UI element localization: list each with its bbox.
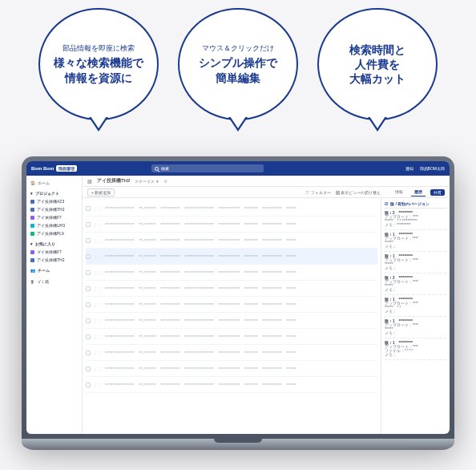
table-row[interactable]: ⋮⋮*************** **-****** ********** *…	[86, 313, 377, 329]
search-placeholder: 検索	[161, 166, 169, 171]
history-head[interactable]: ☑版 / 有効のバージョン	[385, 201, 446, 209]
sidebar-trash[interactable]: 🗑 ゴミ箱	[30, 278, 78, 286]
project-color-icon	[30, 224, 34, 228]
history-item[interactable]: 版：2 **********アップロード：********** *.* ****…	[385, 209, 446, 230]
sidebar-section-favorites[interactable]: ▾ お気に入り	[30, 240, 78, 248]
row-checkbox[interactable]	[86, 206, 91, 211]
row-checkbox[interactable]	[86, 350, 91, 355]
history-item[interactable]: 版：1 **********アップロード：********** *.*メモ：	[385, 295, 446, 317]
bubble-large: シンプル操作で簡単編集	[199, 55, 277, 84]
sidebar-item-label: アイ投择機AZ3	[37, 199, 64, 204]
project-color-icon	[30, 200, 34, 204]
project-color-icon	[30, 216, 34, 220]
table-row[interactable]: ⋮⋮*************** **-****** ********** *…	[86, 265, 377, 281]
row-checkbox[interactable]	[86, 367, 91, 371]
row-content: *************** **-****** ********** ***…	[105, 383, 377, 387]
sidebar-section-team[interactable]: 👥 チーム	[30, 266, 78, 274]
row-checkbox[interactable]	[86, 286, 91, 291]
table-row[interactable]: ⋮⋮*************** **-****** ********** *…	[86, 217, 377, 233]
table-row[interactable]: ⋮⋮*************** **-****** ********** *…	[86, 297, 377, 313]
sidebar-section-projects[interactable]: ▾ プロジェクト	[30, 189, 78, 197]
drag-handle-icon[interactable]: ⋮⋮	[94, 286, 102, 291]
sidebar-home[interactable]: 🏠 ホーム	[30, 179, 78, 187]
table-row[interactable]: ⋮⋮*************** **-****** ********** *…	[86, 377, 377, 393]
status-select[interactable]: ステータス ▾	[135, 179, 158, 184]
app-topbar: Bom Bom 部品管理 検索 通知 部品BOM太郎	[26, 161, 450, 176]
breadcrumb: ▥ アイ投择機TH2 ステータス ▾ ☆	[83, 176, 450, 187]
table-row[interactable]: ⋮⋮*************** **-****** ********** *…	[86, 281, 377, 297]
sidebar-item-label: アイ投择機PL9	[37, 231, 64, 236]
star-icon[interactable]: ☆	[163, 178, 167, 184]
bubble-large: 検索時間と人件費を大幅カット	[349, 43, 405, 87]
view-toggle[interactable]: ▦ 表示ビューの切り替え	[336, 190, 381, 195]
history-item[interactable]: 版：1 **********アップロード：**********メモ：	[385, 317, 446, 338]
history-item[interactable]: 版：2 **********アップロード：**********メモ：	[385, 273, 446, 295]
row-checkbox[interactable]	[86, 318, 91, 323]
sidebar-item[interactable]: アイ投择機UH3	[30, 221, 78, 229]
sidebar-item[interactable]: アイ投择機PL9	[30, 229, 78, 237]
bubble-small: マウス＆クリックだけ	[202, 43, 274, 54]
drag-handle-icon[interactable]: ⋮⋮	[94, 334, 102, 339]
sidebar-item[interactable]: アイ買择機F7	[30, 213, 78, 221]
tab-info[interactable]: 情報	[392, 188, 406, 197]
table-row[interactable]: ⋮⋮*************** **-****** ********** *…	[86, 329, 377, 345]
row-checkbox[interactable]	[86, 270, 91, 275]
row-checkbox[interactable]	[86, 302, 91, 307]
row-checkbox[interactable]	[86, 254, 91, 259]
bubble-small: 部品情報を即座に検索	[63, 43, 135, 54]
callout-bubble-1: 部品情報を即座に検索様々な検索機能で情報を資源に	[38, 8, 159, 120]
drag-handle-icon[interactable]: ⋮⋮	[94, 383, 102, 387]
table-row[interactable]: ⋮⋮*************** **-****** ********** *…	[86, 233, 377, 249]
row-checkbox[interactable]	[86, 383, 91, 387]
history-item[interactable]: 版：1 **********アップロード：**********メモ：	[385, 252, 446, 273]
sidebar-item-label: ダイ買择機F7	[37, 249, 62, 254]
sidebar-item-label: アイ投择機UH3	[37, 223, 65, 228]
table-row[interactable]: ⋮⋮*************** **-****** ********** *…	[86, 361, 377, 377]
table-row[interactable]: ⋮⋮*************** **-****** ********** *…	[86, 201, 377, 217]
project-color-icon	[30, 250, 34, 254]
sidebar-item-label: アイ投择機TH2	[37, 207, 64, 212]
callout-bubble-2: マウス＆クリックだけシンプル操作で簡単編集	[178, 8, 298, 120]
row-checkbox[interactable]	[86, 334, 91, 339]
user-menu[interactable]: 部品BOM太郎	[420, 166, 445, 171]
row-checkbox[interactable]	[86, 222, 91, 227]
share-button[interactable]: 共有	[430, 189, 445, 196]
drag-handle-icon[interactable]: ⋮⋮	[94, 254, 102, 259]
sidebar-item[interactable]: アイ投择機AZ3	[30, 197, 78, 205]
drag-handle-icon[interactable]: ⋮⋮	[94, 270, 102, 275]
row-content: *************** **-****** ********** ***…	[105, 222, 377, 227]
notice-link[interactable]: 通知	[405, 166, 413, 171]
drag-handle-icon[interactable]: ⋮⋮	[94, 318, 102, 323]
toolbar: + 新規追加 ▽ フィルター ▦ 表示ビューの切り替え 情報 履歴 共有	[83, 187, 450, 198]
drag-handle-icon[interactable]: ⋮⋮	[94, 206, 102, 211]
drag-handle-icon[interactable]: ⋮⋮	[94, 238, 102, 243]
sidebar-item[interactable]: ダイ買择機F7	[30, 248, 78, 256]
row-content: *************** **-****** ********** ***…	[105, 302, 377, 307]
laptop-mockup: Bom Bom 部品管理 検索 通知 部品BOM太郎 🏠 ホーム ▾ プロジェク…	[22, 156, 454, 450]
add-button[interactable]: + 新規追加	[87, 188, 115, 197]
history-item[interactable]: 版：1 **********アップロード：****ファイル：*.* *.*メモ：	[385, 338, 446, 360]
laptop-base	[22, 439, 454, 450]
brand-badge: 部品管理	[56, 165, 77, 172]
sidebar-item[interactable]: アイ投择機TH2	[30, 205, 78, 213]
sidebar-item[interactable]: アイ投择機TH2	[30, 256, 78, 264]
filter-button[interactable]: ▽ フィルター	[305, 190, 330, 195]
history-item[interactable]: 版：1 **********アップロード：**********メモ：	[385, 230, 446, 252]
sidebar-item-label: アイ投择機TH2	[37, 257, 64, 262]
table-row[interactable]: ⋮⋮*************** **-****** ********** *…	[86, 249, 377, 265]
callout-bubble-3: 検索時間と人件費を大幅カット	[317, 8, 438, 120]
row-content: *************** **-****** ********** ***…	[105, 270, 377, 275]
tab-history[interactable]: 履歴	[411, 188, 426, 197]
drag-handle-icon[interactable]: ⋮⋮	[94, 350, 102, 355]
project-color-icon	[30, 208, 34, 212]
drag-handle-icon[interactable]: ⋮⋮	[94, 302, 102, 307]
table-row[interactable]: ⋮⋮*************** **-****** ********** *…	[86, 345, 377, 361]
brand-logo: Bom Bom	[31, 166, 54, 171]
row-checkbox[interactable]	[86, 238, 91, 243]
row-content: *************** **-****** ********** ***…	[105, 318, 377, 323]
row-content: *************** **-****** ********** ***…	[105, 286, 377, 291]
search-input[interactable]: 検索	[151, 164, 264, 172]
project-color-icon	[30, 258, 34, 262]
drag-handle-icon[interactable]: ⋮⋮	[94, 367, 102, 371]
drag-handle-icon[interactable]: ⋮⋮	[94, 222, 102, 227]
